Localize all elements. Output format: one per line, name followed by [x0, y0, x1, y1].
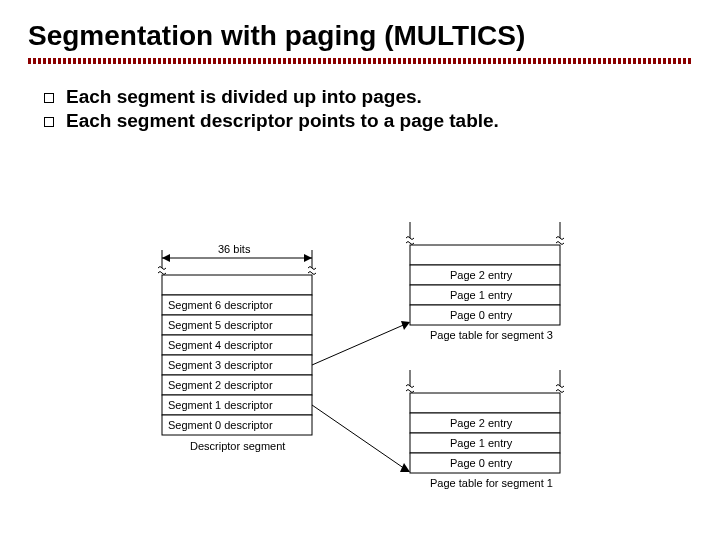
descriptor-row: Segment 3 descriptor	[168, 359, 273, 371]
descriptor-row: Segment 6 descriptor	[168, 299, 273, 311]
page-table-1: Page 2 entry Page 1 entry Page 0 entry P…	[406, 370, 564, 489]
page-title: Segmentation with paging (MULTICS)	[28, 20, 692, 52]
page-table-3: Page 2 entry Page 1 entry Page 0 entry P…	[406, 222, 564, 341]
svg-marker-25	[400, 463, 410, 472]
page-row: Page 1 entry	[450, 289, 513, 301]
diagram: 36 bits Segment 6 descriptor Segment 5 d…	[0, 220, 720, 540]
page-table-caption: Page table for segment 3	[430, 329, 553, 341]
bullet-list: Each segment is divided up into pages. E…	[44, 86, 692, 132]
descriptor-row: Segment 5 descriptor	[168, 319, 273, 331]
svg-marker-4	[162, 254, 170, 262]
page-row: Page 2 entry	[450, 417, 513, 429]
bullet-item: Each segment descriptor points to a page…	[44, 110, 692, 132]
page-row: Page 0 entry	[450, 457, 513, 469]
svg-marker-5	[304, 254, 312, 262]
descriptor-row: Segment 1 descriptor	[168, 399, 273, 411]
page-row: Page 2 entry	[450, 269, 513, 281]
hatched-rule	[28, 58, 692, 64]
svg-line-22	[312, 323, 408, 365]
bullet-item: Each segment is divided up into pages.	[44, 86, 692, 108]
svg-rect-18	[410, 393, 560, 413]
page-table-caption: Page table for segment 1	[430, 477, 553, 489]
descriptor-row: Segment 0 descriptor	[168, 419, 273, 431]
width-label: 36 bits	[218, 243, 251, 255]
bullet-text: Each segment descriptor points to a page…	[66, 110, 499, 132]
descriptor-row: Segment 4 descriptor	[168, 339, 273, 351]
svg-rect-2	[28, 58, 692, 64]
page-row: Page 0 entry	[450, 309, 513, 321]
descriptor-table: Segment 6 descriptor Segment 5 descripto…	[162, 295, 312, 435]
descriptor-caption: Descriptor segment	[190, 440, 285, 452]
svg-rect-6	[162, 275, 312, 295]
svg-line-24	[312, 405, 408, 471]
bullet-icon	[44, 117, 54, 127]
page-row: Page 1 entry	[450, 437, 513, 449]
svg-rect-14	[410, 245, 560, 265]
bullet-icon	[44, 93, 54, 103]
bullet-text: Each segment is divided up into pages.	[66, 86, 422, 108]
descriptor-row: Segment 2 descriptor	[168, 379, 273, 391]
